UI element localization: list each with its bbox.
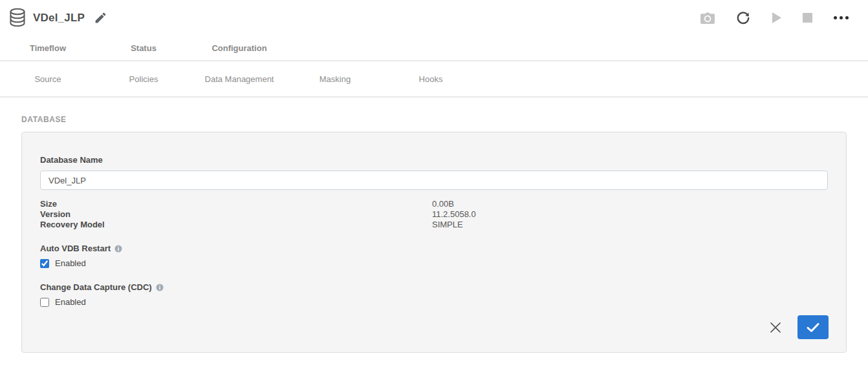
secondary-tab-bar: Source Policies Data Management Masking … [0,61,868,98]
close-x-icon [769,321,782,334]
cdc-checkbox-row: Enabled [40,297,828,307]
more-options-icon[interactable] [832,15,850,21]
header: VDel_JLP [0,0,868,36]
subtab-source[interactable]: Source [0,61,96,96]
info-row-recovery-model: Recovery Model SIMPLE [40,220,828,230]
refresh-icon[interactable] [735,10,752,26]
snapshot-camera-icon[interactable] [699,11,716,25]
auto-vdb-restart-block: Auto VDB Restart Enabled [40,244,828,268]
tab-timeflow[interactable]: Timeflow [0,36,96,60]
cdc-block: Change Data Capture (CDC) Enabled [40,282,828,307]
info-row-version: Version 11.2.5058.0 [40,209,828,220]
subtab-hooks[interactable]: Hooks [383,61,479,96]
database-info-list: Size 0.00B Version 11.2.5058.0 Recovery … [40,199,828,230]
subtab-policies[interactable]: Policies [96,61,191,96]
auto-vdb-restart-checkbox[interactable] [40,259,49,268]
subtab-masking[interactable]: Masking [287,61,383,96]
edit-pencil-icon[interactable] [94,11,107,25]
info-value: 11.2.5058.0 [432,209,828,220]
auto-vdb-restart-label: Auto VDB Restart [40,244,111,253]
database-name-label: Database Name [40,155,828,165]
info-icon [156,284,164,291]
info-label: Recovery Model [40,220,432,230]
cdc-checkbox[interactable] [40,298,49,307]
checkbox-label: Enabled [55,258,86,268]
header-actions [699,10,859,26]
checkmark-icon [807,322,819,333]
checkbox-label: Enabled [55,297,86,307]
confirm-button[interactable] [797,315,829,339]
info-label: Version [40,209,432,220]
start-play-icon[interactable] [770,11,783,25]
tab-configuration[interactable]: Configuration [191,36,287,60]
info-value: 0.00B [432,199,828,209]
stop-icon[interactable] [801,12,814,24]
info-label: Size [40,199,432,209]
info-row-size: Size 0.00B [40,199,828,209]
subtab-data-management[interactable]: Data Management [191,61,287,96]
tab-status[interactable]: Status [96,36,191,60]
database-name-input[interactable] [40,171,828,190]
info-value: SIMPLE [432,220,828,230]
primary-tab-bar: Timeflow Status Configuration [0,36,868,61]
database-icon [9,8,26,27]
auto-vdb-restart-checkbox-row: Enabled [40,258,828,268]
info-icon [114,245,122,253]
main-content: DATABASE Database Name Size 0.00B Versio… [0,115,868,353]
cancel-button[interactable] [766,318,785,337]
panel-footer [766,315,829,339]
database-panel: Database Name Size 0.00B Version 11.2.50… [21,132,847,353]
database-section-label: DATABASE [21,115,847,124]
cdc-label: Change Data Capture (CDC) [40,282,152,292]
page-title: VDel_JLP [33,12,85,25]
